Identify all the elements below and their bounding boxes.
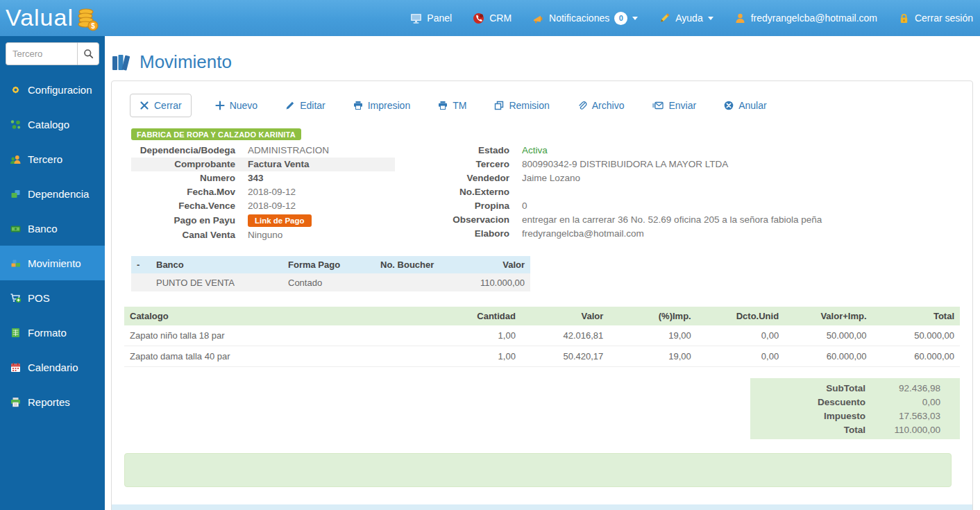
nav-ayuda[interactable]: Ayuda: [659, 12, 713, 24]
nav-cerrar-sesion-label: Cerrar sesión: [915, 12, 973, 24]
search-input[interactable]: [6, 42, 77, 65]
payments-cell-banco: PUNTO DE VENTA: [151, 273, 282, 291]
detail-row: Fecha.Mov 2018-09-12: [131, 185, 395, 199]
item-row: Zapato dama talla 40 par 1,00 50.420,17 …: [124, 346, 960, 367]
nuevo-button-label: Nuevo: [230, 100, 257, 111]
brand-logo[interactable]: Valual $: [6, 3, 100, 33]
anular-button-label: Anular: [738, 100, 766, 111]
detail-row: Propina 0: [426, 199, 960, 213]
remision-button-label: Remision: [509, 100, 549, 111]
enviar-button[interactable]: Enviar: [648, 94, 700, 117]
field-label: Elaboro: [426, 227, 522, 241]
detail-row: Dependencia/Bodega ADMINISTRACION: [131, 144, 395, 158]
chevron-down-icon: [632, 17, 638, 20]
items-table: Catalogo Cantidad Valor (%)Imp. Dcto.Uni…: [124, 307, 960, 367]
item-cell: 19,00: [609, 325, 696, 346]
sidebar-item-catalogo[interactable]: Catalogo: [0, 107, 105, 142]
nav-user-account[interactable]: fredyrangelcba@hotmail.com: [734, 12, 877, 24]
books-icon: [112, 53, 133, 71]
main-content: Movimiento Cerrar Nuevo Editar: [105, 36, 980, 510]
field-value: 2018-09-12: [248, 185, 395, 199]
totals-value: 92.436,98: [865, 383, 960, 393]
nav-panel[interactable]: Panel: [410, 12, 452, 24]
archivo-button-label: Archivo: [592, 100, 625, 111]
field-value: 0: [522, 199, 960, 213]
sidebar-item-tercero[interactable]: Tercero: [0, 142, 105, 176]
field-label: Comprobante: [131, 158, 248, 171]
nav-cerrar-sesion[interactable]: Cerrar sesión: [898, 12, 973, 24]
sidebar-item-movimiento[interactable]: Movimiento: [0, 246, 105, 280]
sidebar-item-formato[interactable]: Formato: [0, 315, 105, 350]
payments-header-row: - Banco Forma Pago No. Boucher Valor: [131, 256, 530, 273]
totals-value: 110.000,00: [865, 425, 960, 435]
anular-button[interactable]: Anular: [720, 94, 770, 117]
field-value: Factura Venta: [248, 158, 395, 171]
totals-box: SubTotal 92.436,98 Descuento 0,00 Impues…: [750, 378, 960, 439]
spreadsheet-icon: [10, 327, 22, 339]
archivo-button[interactable]: Archivo: [573, 94, 629, 117]
topbar: Valual $ Panel: [0, 0, 980, 36]
pencil-icon: [285, 101, 295, 110]
payments-header-dash: -: [131, 256, 151, 273]
detail-row: Comprobante Factura Venta: [131, 158, 395, 171]
item-cell-catalogo: Zapato dama talla 40 par: [124, 346, 434, 367]
sidebar-item-label: POS: [28, 292, 50, 304]
sidebar-item-pos[interactable]: POS: [0, 280, 105, 315]
printer-icon: [353, 101, 363, 110]
company-badge: FABRICA DE ROPA Y CALZADO KARINITA: [131, 128, 301, 140]
page-title-text: Movimiento: [140, 51, 232, 73]
sidebar-item-label: Calendario: [28, 362, 78, 373]
payments-header-forma-pago: Forma Pago: [282, 256, 375, 273]
totals-row-subtotal: SubTotal 92.436,98: [750, 381, 960, 395]
sidebar: Configuracion Catalogo Tercero: [0, 36, 105, 510]
link-de-pago-button[interactable]: Link de Pago: [248, 214, 312, 227]
item-cell: 50.000,00: [872, 325, 960, 346]
enviar-button-label: Enviar: [668, 100, 696, 111]
detail-row: Numero 343: [131, 171, 395, 185]
printer-green-icon: [10, 396, 22, 408]
send-mail-icon: [652, 101, 664, 110]
app-screen: Valual $ Panel: [0, 0, 980, 510]
search-button[interactable]: [77, 42, 99, 65]
impresion-button[interactable]: Impresion: [349, 94, 414, 117]
sidebar-item-label: Reportes: [28, 396, 70, 408]
nav-crm[interactable]: CRM: [473, 12, 512, 24]
sidebar-item-label: Catalogo: [28, 119, 69, 130]
pencil-yellow-icon: [659, 12, 670, 24]
nav-user-label: fredyrangelcba@hotmail.com: [751, 12, 877, 24]
field-label: No.Externo: [426, 185, 522, 199]
payments-header-valor: Valor: [465, 256, 530, 273]
sidebar-item-configuracion[interactable]: Configuracion: [0, 72, 105, 107]
people-icon: [10, 153, 22, 165]
movimiento-panel: Cerrar Nuevo Editar Impresion: [111, 80, 973, 510]
sidebar-item-calendario[interactable]: Calendario: [0, 350, 105, 384]
sidebar-item-dependencia[interactable]: Dependencia: [0, 176, 105, 211]
remision-button[interactable]: Remision: [490, 94, 553, 117]
item-cell: 1,00: [434, 325, 521, 346]
totals-row-total: Total 110.000,00: [750, 423, 960, 436]
item-row: Zapato niño talla 18 par 1,00 42.016,81 …: [124, 325, 960, 346]
detail-row: No.Externo: [426, 185, 960, 199]
sidebar-item-label: Movimiento: [28, 257, 81, 269]
payments-header-banco: Banco: [151, 256, 282, 273]
field-label: Pago en Payu: [131, 214, 248, 228]
nav-notificaciones[interactable]: Notificaciones 0: [532, 12, 638, 25]
editar-button[interactable]: Editar: [281, 94, 330, 117]
sidebar-item-banco[interactable]: Banco: [0, 211, 105, 246]
lock-icon: [898, 12, 910, 24]
item-cell: 0,00: [697, 346, 784, 367]
copy-icon: [494, 101, 504, 110]
totals-value: 0,00: [865, 397, 960, 407]
impresion-button-label: Impresion: [368, 100, 410, 111]
estado-value: Activa: [522, 144, 960, 158]
sidebar-item-reportes[interactable]: Reportes: [0, 384, 105, 419]
paperclip-icon: [577, 101, 587, 110]
nuevo-button[interactable]: Nuevo: [211, 94, 262, 117]
field-value: 2018-09-12: [248, 199, 395, 213]
item-cell: 0,00: [697, 325, 784, 346]
cerrar-button[interactable]: Cerrar: [130, 94, 192, 117]
dots-cluster-icon: [10, 119, 22, 130]
tm-button[interactable]: TM: [434, 94, 471, 117]
detail-row: Elaboro fredyrangelcba@hotmail.com: [426, 227, 960, 241]
cerrar-button-label: Cerrar: [154, 100, 182, 111]
